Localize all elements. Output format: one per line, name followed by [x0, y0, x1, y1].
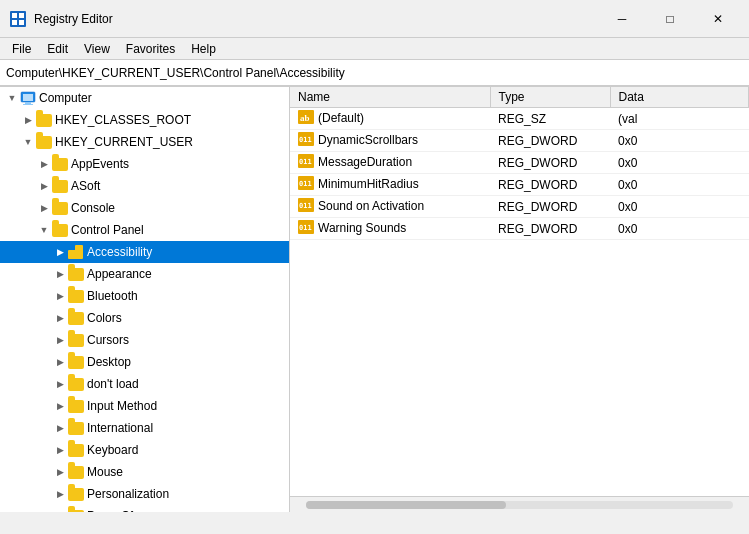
tree-label-asoft: ASoft [71, 179, 100, 193]
expand-hkey-current[interactable] [20, 134, 36, 150]
tree-label-accessibility: Accessibility [87, 245, 152, 259]
tree-label-bluetooth: Bluetooth [87, 289, 138, 303]
folder-icon-powercfg [68, 508, 84, 512]
tree-item-bluetooth[interactable]: Bluetooth [0, 285, 289, 307]
dword-icon: 011 [298, 132, 314, 149]
table-row[interactable]: 011 MessageDurationREG_DWORD0x0 [290, 152, 749, 174]
right-panel: Name Type Data ab (Default)REG_SZ(val 01… [290, 87, 749, 512]
table-row[interactable]: 011 MinimumHitRadiusREG_DWORD0x0 [290, 174, 749, 196]
entry-name: Sound on Activation [318, 199, 424, 213]
expand-appearance[interactable] [52, 266, 68, 282]
tree-item-computer[interactable]: Computer [0, 87, 289, 109]
tree-label-appevents: AppEvents [71, 157, 129, 171]
col-data[interactable]: Data [610, 87, 749, 108]
svg-text:011: 011 [299, 136, 312, 144]
folder-icon-personalization [68, 486, 84, 502]
tree-item-appearance[interactable]: Appearance [0, 263, 289, 285]
tree-item-asoft[interactable]: ASoft [0, 175, 289, 197]
folder-icon-inputmethod [68, 398, 84, 414]
expand-cursors[interactable] [52, 332, 68, 348]
tree-item-hkey-current[interactable]: HKEY_CURRENT_USER [0, 131, 289, 153]
tree-item-dontload[interactable]: don't load [0, 373, 289, 395]
expand-personalization[interactable] [52, 486, 68, 502]
tree-label-personalization: Personalization [87, 487, 169, 501]
cell-type: REG_DWORD [490, 174, 610, 196]
expand-appevents[interactable] [36, 156, 52, 172]
table-row[interactable]: 011 DynamicScrollbarsREG_DWORD0x0 [290, 130, 749, 152]
tree-item-personalization[interactable]: Personalization [0, 483, 289, 505]
registry-table: Name Type Data ab (Default)REG_SZ(val 01… [290, 87, 749, 240]
maximize-button[interactable]: □ [647, 4, 693, 34]
table-row[interactable]: 011 Warning SoundsREG_DWORD0x0 [290, 218, 749, 240]
tree-item-control-panel[interactable]: Control Panel [0, 219, 289, 241]
expand-console[interactable] [36, 200, 52, 216]
tree-item-accessibility[interactable]: Accessibility [0, 241, 289, 263]
cell-name: 011 MessageDuration [290, 152, 490, 174]
main-content: Computer HKEY_CLASSES_ROOT HKEY_CURRENT_… [0, 86, 749, 512]
tree-item-powercfg[interactable]: PowerCfg [0, 505, 289, 512]
horizontal-scrollbar[interactable] [290, 496, 749, 512]
expand-asoft[interactable] [36, 178, 52, 194]
cell-data: 0x0 [610, 196, 749, 218]
expand-powercfg[interactable] [52, 508, 68, 512]
expand-control-panel[interactable] [36, 222, 52, 238]
cell-type: REG_SZ [490, 108, 610, 130]
tree-item-appevents[interactable]: AppEvents [0, 153, 289, 175]
expand-accessibility[interactable] [52, 244, 68, 260]
title-bar: Registry Editor ─ □ ✕ [0, 0, 749, 38]
tree-item-international[interactable]: International [0, 417, 289, 439]
menu-bar: File Edit View Favorites Help [0, 38, 749, 60]
folder-icon-accessibility [68, 244, 84, 260]
tree-item-desktop[interactable]: Desktop [0, 351, 289, 373]
table-row[interactable]: 011 Sound on ActivationREG_DWORD0x0 [290, 196, 749, 218]
expand-bluetooth[interactable] [52, 288, 68, 304]
tree-item-keyboard[interactable]: Keyboard [0, 439, 289, 461]
menu-edit[interactable]: Edit [39, 40, 76, 58]
svg-text:011: 011 [299, 224, 312, 232]
table-row[interactable]: ab (Default)REG_SZ(val [290, 108, 749, 130]
expand-mouse[interactable] [52, 464, 68, 480]
cell-data: (val [610, 108, 749, 130]
menu-favorites[interactable]: Favorites [118, 40, 183, 58]
expand-colors[interactable] [52, 310, 68, 326]
expand-international[interactable] [52, 420, 68, 436]
tree-item-cursors[interactable]: Cursors [0, 329, 289, 351]
tree-item-console[interactable]: Console [0, 197, 289, 219]
tree-item-colors[interactable]: Colors [0, 307, 289, 329]
tree-label-console: Console [71, 201, 115, 215]
address-bar: Computer\HKEY_CURRENT_USER\Control Panel… [0, 60, 749, 86]
folder-icon-desktop [68, 354, 84, 370]
cell-data: 0x0 [610, 152, 749, 174]
scrollbar-track [306, 501, 733, 509]
menu-file[interactable]: File [4, 40, 39, 58]
cell-type: REG_DWORD [490, 196, 610, 218]
svg-text:ab: ab [300, 113, 310, 123]
expand-dontload[interactable] [52, 376, 68, 392]
folder-icon-colors [68, 310, 84, 326]
menu-help[interactable]: Help [183, 40, 224, 58]
svg-rect-1 [12, 13, 17, 18]
svg-text:011: 011 [299, 202, 312, 210]
folder-icon-appearance [68, 266, 84, 282]
col-name[interactable]: Name [290, 87, 490, 108]
computer-icon [20, 90, 36, 106]
tree-label-hkey-current: HKEY_CURRENT_USER [55, 135, 193, 149]
tree-label-mouse: Mouse [87, 465, 123, 479]
close-button[interactable]: ✕ [695, 4, 741, 34]
expand-keyboard[interactable] [52, 442, 68, 458]
folder-icon-mouse [68, 464, 84, 480]
menu-view[interactable]: View [76, 40, 118, 58]
tree-item-inputmethod[interactable]: Input Method [0, 395, 289, 417]
expand-computer[interactable] [4, 90, 20, 106]
tree-item-hkey-classes[interactable]: HKEY_CLASSES_ROOT [0, 109, 289, 131]
tree-item-mouse[interactable]: Mouse [0, 461, 289, 483]
expand-hkey-classes[interactable] [20, 112, 36, 128]
cell-name: 011 MinimumHitRadius [290, 174, 490, 196]
expand-inputmethod[interactable] [52, 398, 68, 414]
tree-label-cursors: Cursors [87, 333, 129, 347]
expand-desktop[interactable] [52, 354, 68, 370]
minimize-button[interactable]: ─ [599, 4, 645, 34]
folder-icon-control-panel [52, 222, 68, 238]
scrollbar-thumb[interactable] [306, 501, 506, 509]
col-type[interactable]: Type [490, 87, 610, 108]
